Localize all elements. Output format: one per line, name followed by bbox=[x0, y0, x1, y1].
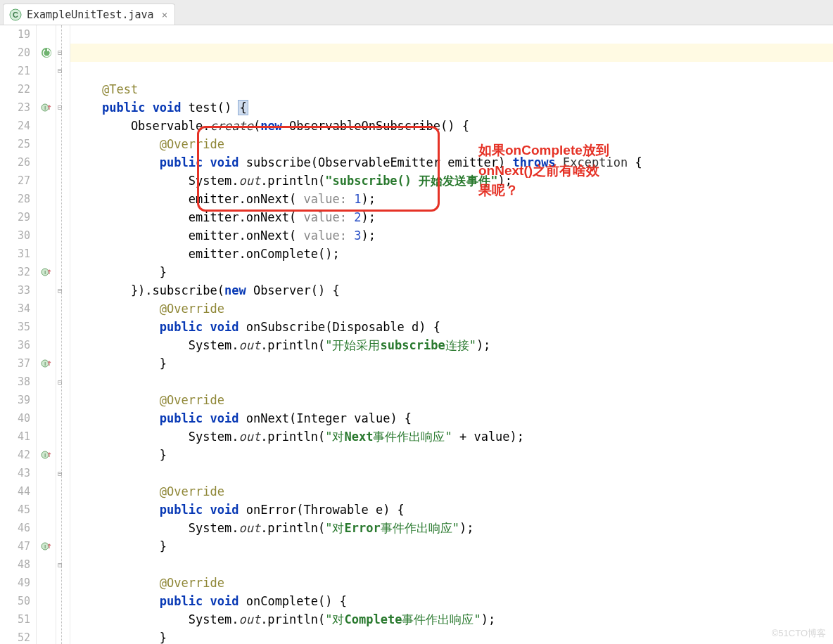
java-class-icon: C bbox=[9, 8, 22, 21]
code-line[interactable]: public void onSubscribe(Disposable d) { bbox=[73, 318, 833, 336]
close-icon[interactable]: × bbox=[159, 9, 167, 20]
line-number: 28 bbox=[0, 190, 30, 208]
svg-text:I: I bbox=[44, 361, 46, 367]
code-line[interactable]: @Override bbox=[73, 391, 833, 409]
code-line[interactable]: emitter.onNext( value: 2); bbox=[73, 208, 833, 226]
code-line[interactable]: public void onComplete() { bbox=[73, 592, 833, 610]
line-number: 34 bbox=[0, 300, 30, 318]
fold-icon[interactable]: ⊟ bbox=[58, 470, 65, 477]
code-line[interactable]: System.out.println("对Complete事件作出响应"); bbox=[73, 610, 833, 629]
code-line[interactable]: } bbox=[73, 263, 833, 281]
line-number: 23 bbox=[0, 98, 30, 117]
fold-icon[interactable]: ⊟ bbox=[58, 67, 65, 75]
code-line[interactable]: emitter.onNext( value: 1); bbox=[73, 190, 833, 208]
code-line[interactable]: } bbox=[73, 354, 833, 373]
implements-gutter-icon: I bbox=[41, 266, 52, 278]
code-line[interactable]: @Override bbox=[73, 300, 833, 318]
code-line[interactable] bbox=[73, 555, 833, 574]
line-number: 26 bbox=[0, 153, 30, 172]
line-number: 25 bbox=[0, 135, 30, 153]
code-line[interactable]: emitter.onNext( value: 3); bbox=[73, 226, 833, 245]
line-number: 35 bbox=[0, 318, 30, 336]
code-line[interactable]: System.out.println("subscribe() 开始发送事件")… bbox=[73, 172, 833, 190]
editor-area: 1920212223242526272829303132333435363738… bbox=[0, 25, 833, 644]
line-number: 50 bbox=[0, 592, 30, 610]
svg-text:I: I bbox=[44, 543, 46, 550]
code-line[interactable]: }).subscribe(new Observer() { bbox=[73, 281, 833, 300]
line-number: 40 bbox=[0, 409, 30, 427]
implements-gutter-icon: I bbox=[41, 102, 52, 113]
editor-tab[interactable]: C ExampleUnitTest.java × bbox=[3, 4, 175, 25]
line-number: 43 bbox=[0, 464, 30, 482]
code-line[interactable]: } bbox=[73, 537, 833, 555]
svg-text:I: I bbox=[44, 269, 46, 276]
line-number: 39 bbox=[0, 391, 30, 409]
line-number: 31 bbox=[0, 245, 30, 263]
code-line[interactable]: System.out.println("对Next事件作出响应" + value… bbox=[73, 427, 833, 446]
code-line[interactable]: public void subscribe(ObservableEmitter … bbox=[73, 153, 833, 172]
fold-icon[interactable]: ⊟ bbox=[58, 561, 65, 569]
line-number: 29 bbox=[0, 208, 30, 226]
annotation-text: 如果onComplete放到onNext()之前有啥效果呢？ bbox=[478, 141, 609, 201]
line-number: 21 bbox=[0, 62, 30, 80]
code-line[interactable]: } bbox=[73, 446, 833, 464]
fold-icon[interactable]: ⊟ bbox=[58, 49, 65, 56]
implements-gutter-icon: I bbox=[41, 541, 52, 552]
line-number: 44 bbox=[0, 482, 30, 501]
line-number: 51 bbox=[0, 610, 30, 629]
code-line[interactable]: } bbox=[73, 629, 833, 644]
line-number: 24 bbox=[0, 117, 30, 135]
line-number: 27 bbox=[0, 172, 30, 190]
svg-text:I: I bbox=[44, 452, 46, 458]
code-line[interactable]: emitter.onComplete(); bbox=[73, 245, 833, 263]
implements-gutter-icon: I bbox=[41, 358, 52, 369]
fold-gutter: ⊟ ⊟ ⊟ ⊟ ⊟ ⊟ ⊟ bbox=[56, 25, 70, 644]
line-number-gutter: 1920212223242526272829303132333435363738… bbox=[0, 25, 37, 644]
run-gutter-icon[interactable] bbox=[41, 47, 52, 58]
code-line[interactable] bbox=[73, 464, 833, 482]
fold-icon[interactable]: ⊟ bbox=[58, 287, 65, 295]
line-number: 47 bbox=[0, 537, 30, 555]
code-line[interactable] bbox=[73, 373, 833, 391]
line-number: 41 bbox=[0, 427, 30, 446]
code-line[interactable]: public void onError(Throwable e) { bbox=[73, 501, 833, 519]
code-area[interactable]: @Test public void test() { Observable.cr… bbox=[70, 25, 833, 644]
tab-bar: C ExampleUnitTest.java × bbox=[0, 0, 833, 25]
watermark: ©51CTO博客 bbox=[772, 627, 826, 640]
line-number: 49 bbox=[0, 574, 30, 592]
line-number: 37 bbox=[0, 354, 30, 373]
line-number: 48 bbox=[0, 555, 30, 574]
code-line[interactable]: @Test bbox=[73, 80, 833, 98]
line-number: 36 bbox=[0, 336, 30, 354]
code-line[interactable]: @Override bbox=[73, 574, 833, 592]
line-number: 20 bbox=[0, 44, 30, 62]
line-number: 38 bbox=[0, 373, 30, 391]
code-line[interactable]: @Override bbox=[73, 135, 833, 153]
line-number: 33 bbox=[0, 281, 30, 300]
marker-gutter: IIIII bbox=[37, 25, 56, 644]
fold-icon[interactable]: ⊟ bbox=[58, 378, 65, 386]
line-number: 22 bbox=[0, 80, 30, 98]
code-line[interactable]: public void test() { bbox=[73, 98, 833, 117]
fold-icon[interactable]: ⊟ bbox=[58, 103, 65, 111]
code-line[interactable]: Observable.create(new ObservableOnSubscr… bbox=[73, 117, 833, 135]
code-line[interactable]: public void onNext(Integer value) { bbox=[73, 409, 833, 427]
svg-text:C: C bbox=[13, 11, 18, 19]
line-number: 52 bbox=[0, 629, 30, 644]
code-line[interactable]: @Override bbox=[73, 482, 833, 501]
line-number: 45 bbox=[0, 501, 30, 519]
tab-filename: ExampleUnitTest.java bbox=[27, 8, 154, 21]
line-number: 42 bbox=[0, 446, 30, 464]
code-line[interactable]: System.out.println("对Error事件作出响应"); bbox=[73, 519, 833, 537]
line-number: 32 bbox=[0, 263, 30, 281]
line-number: 46 bbox=[0, 519, 30, 537]
line-number: 19 bbox=[0, 25, 30, 44]
implements-gutter-icon: I bbox=[41, 449, 52, 461]
svg-text:I: I bbox=[44, 105, 46, 111]
code-line[interactable]: System.out.println("开始采用subscribe连接"); bbox=[73, 336, 833, 354]
line-number: 30 bbox=[0, 226, 30, 245]
